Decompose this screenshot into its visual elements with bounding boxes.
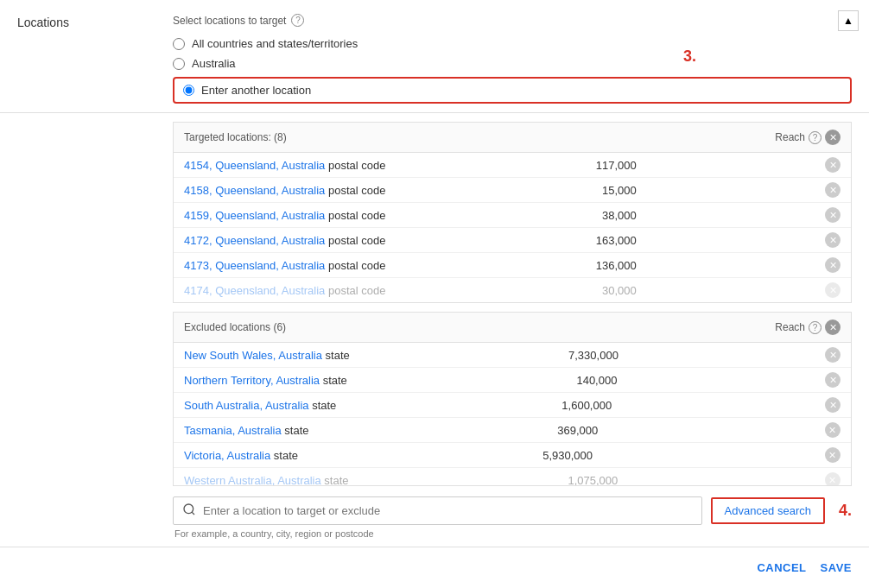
excluded-row-name: South Australia, Australia state — [184, 399, 336, 412]
targeted-row: 4159, Queensland, Australia postal code … — [174, 203, 851, 228]
remove-location-icon[interactable]: ✕ — [825, 232, 840, 248]
targeted-header-title: Targeted locations: (8) — [184, 131, 287, 143]
targeted-reach-header: Reach ? ✕ — [775, 130, 840, 145]
radio-all-label: All countries and states/territories — [192, 37, 358, 50]
radio-australia[interactable]: Australia — [173, 57, 852, 70]
excluded-remove-all-icon[interactable]: ✕ — [825, 319, 840, 335]
targeted-row: 4158, Queensland, Australia postal code … — [174, 178, 851, 203]
step4-label: 4. — [839, 502, 852, 520]
search-bar-container: Advanced search 4. — [173, 496, 852, 525]
targeted-row: 4174, Queensland, Australia postal code … — [174, 278, 851, 302]
radio-australia-label: Australia — [192, 57, 236, 70]
excluded-row-name: Victoria, Australia state — [184, 449, 298, 462]
page-container: Locations Select locations to target ? A… — [0, 0, 869, 588]
location-row-name: 4173, Queensland, Australia postal code — [184, 259, 385, 272]
main-content: Targeted locations: (8) Reach ? ✕ 4154, … — [0, 113, 869, 583]
location-row-name: 4158, Queensland, Australia postal code — [184, 184, 385, 197]
remove-location-icon[interactable]: ✕ — [825, 207, 840, 223]
location-row-reach: 15,000 — [568, 184, 637, 197]
remove-location-icon[interactable]: ✕ — [825, 257, 840, 273]
targeted-remove-all-icon[interactable]: ✕ — [825, 130, 840, 145]
excluded-reach-header: Reach ? ✕ — [775, 319, 840, 335]
excluded-header-row: Excluded locations (6) Reach ? ✕ — [174, 313, 851, 343]
excluded-row: Tasmania, Australia state 369,000 ✕ — [174, 418, 851, 443]
excluded-row-name: New South Wales, Australia state — [184, 349, 350, 362]
radio-all-countries[interactable]: All countries and states/territories — [173, 37, 852, 50]
location-row-name: 4174, Queensland, Australia postal code — [184, 284, 385, 297]
location-row-reach: 136,000 — [568, 259, 637, 272]
select-locations-label: Select locations to target ? — [173, 14, 852, 27]
remove-excluded-icon[interactable]: ✕ — [825, 372, 840, 388]
radio-enter-another-highlighted[interactable]: Enter another location — [173, 77, 852, 104]
remove-excluded-icon[interactable]: ✕ — [825, 447, 840, 463]
excluded-reach-label: Reach — [775, 321, 805, 333]
excluded-header-title: Excluded locations (6) — [184, 321, 286, 333]
targeted-reach-help-icon[interactable]: ? — [809, 131, 821, 144]
radio-all-input[interactable] — [173, 38, 185, 50]
remove-excluded-icon[interactable]: ✕ — [825, 347, 840, 363]
excluded-row: Northern Territory, Australia state 140,… — [174, 368, 851, 393]
excluded-row-reach: 5,930,000 — [523, 449, 593, 462]
excluded-row-reach: 369,000 — [529, 424, 598, 437]
save-button[interactable]: SAVE — [821, 561, 852, 574]
excluded-row: New South Wales, Australia state 7,330,0… — [174, 343, 851, 368]
remove-excluded-icon[interactable]: ✕ — [825, 397, 840, 413]
advanced-search-button[interactable]: Advanced search — [711, 497, 825, 524]
search-input-wrapper[interactable] — [173, 496, 702, 525]
location-row-name: 4154, Queensland, Australia postal code — [184, 159, 385, 172]
excluded-row-name: Tasmania, Australia state — [184, 424, 309, 437]
excluded-rows-scroll[interactable]: New South Wales, Australia state 7,330,0… — [174, 343, 851, 485]
excluded-row-name: Western Australia, Australia state — [184, 474, 349, 486]
excluded-row-name: Northern Territory, Australia state — [184, 374, 347, 387]
excluded-row-reach: 1,075,000 — [549, 474, 618, 486]
remove-excluded-icon[interactable]: ✕ — [825, 472, 840, 485]
cancel-button[interactable]: CANCEL — [757, 561, 806, 574]
targeted-row: 4172, Queensland, Australia postal code … — [174, 228, 851, 253]
radio-enter-input[interactable] — [183, 85, 194, 96]
location-row-reach: 163,000 — [568, 234, 637, 247]
help-icon[interactable]: ? — [291, 14, 304, 27]
footer: CANCEL SAVE — [0, 547, 869, 588]
targeted-rows: 4154, Queensland, Australia postal code … — [174, 153, 851, 302]
excluded-row-reach: 1,600,000 — [542, 399, 612, 412]
remove-location-icon[interactable]: ✕ — [825, 157, 840, 173]
excluded-row: Western Australia, Australia state 1,075… — [174, 468, 851, 485]
radio-enter-label: Enter another location — [201, 84, 311, 97]
locations-content: Select locations to target ? All countri… — [104, 14, 852, 104]
remove-excluded-icon[interactable]: ✕ — [825, 422, 840, 438]
search-input[interactable] — [203, 504, 693, 517]
search-icon — [182, 503, 196, 519]
remove-location-icon[interactable]: ✕ — [825, 282, 840, 298]
location-row-name: 4172, Queensland, Australia postal code — [184, 234, 385, 247]
excluded-row: South Australia, Australia state 1,600,0… — [174, 393, 851, 418]
targeted-reach-label: Reach — [775, 131, 805, 143]
collapse-icon: ▲ — [843, 15, 853, 27]
excluded-locations-table: Excluded locations (6) Reach ? ✕ New Sou… — [173, 312, 852, 486]
location-row-reach: 38,000 — [568, 209, 637, 222]
collapse-button[interactable]: ▲ — [838, 10, 859, 31]
excluded-rows: New South Wales, Australia state 7,330,0… — [174, 343, 851, 485]
location-row-reach: 117,000 — [568, 159, 637, 172]
excluded-row-reach: 7,330,000 — [549, 349, 618, 362]
targeted-row: 4173, Queensland, Australia postal code … — [174, 253, 851, 278]
radio-australia-input[interactable] — [173, 58, 185, 70]
svg-line-1 — [192, 512, 194, 515]
targeted-header-row: Targeted locations: (8) Reach ? ✕ — [174, 123, 851, 153]
excluded-row: Victoria, Australia state 5,930,000 ✕ — [174, 443, 851, 468]
targeted-rows-scroll[interactable]: 4154, Queensland, Australia postal code … — [174, 153, 851, 302]
excluded-reach-help-icon[interactable]: ? — [809, 321, 821, 334]
excluded-row-reach: 140,000 — [548, 374, 617, 387]
step3-label: 3. — [683, 47, 696, 66]
search-hint: For example, a country, city, region or … — [174, 528, 852, 539]
location-row-name: 4159, Queensland, Australia postal code — [184, 209, 385, 222]
select-label-text: Select locations to target — [173, 15, 286, 27]
remove-location-icon[interactable]: ✕ — [825, 182, 840, 198]
targeted-locations-table: Targeted locations: (8) Reach ? ✕ 4154, … — [173, 122, 852, 303]
locations-label: Locations — [17, 14, 104, 29]
location-row-reach: 30,000 — [568, 284, 637, 297]
svg-point-0 — [184, 504, 193, 514]
targeted-row: 4154, Queensland, Australia postal code … — [174, 153, 851, 178]
header-row: Locations Select locations to target ? A… — [0, 0, 869, 113]
radio-group: All countries and states/territories Aus… — [173, 37, 852, 104]
